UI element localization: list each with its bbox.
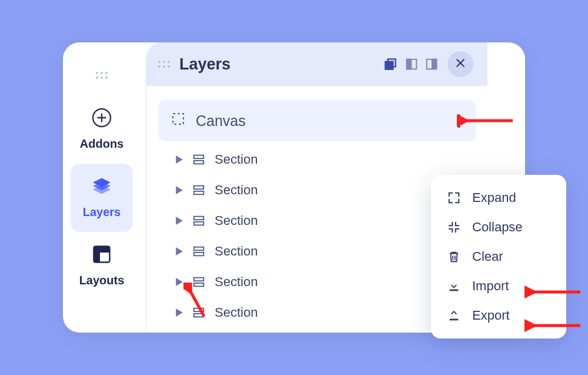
svg-marker-21 (176, 186, 183, 194)
collapse-icon (446, 221, 462, 234)
canvas-row[interactable]: Canvas (158, 100, 476, 141)
sidebar-item-label: Layouts (79, 274, 125, 287)
svg-rect-14 (432, 59, 436, 69)
tree-item-label: Section (215, 213, 258, 228)
svg-rect-7 (94, 247, 110, 253)
svg-rect-36 (450, 290, 459, 291)
section-icon (192, 306, 205, 319)
close-button[interactable] (447, 51, 473, 77)
svg-marker-30 (176, 278, 183, 286)
dock-right-icon[interactable] (425, 58, 438, 71)
ctx-item-label: Collapse (472, 220, 523, 235)
svg-marker-27 (176, 247, 183, 255)
svg-marker-33 (176, 308, 183, 317)
svg-rect-20 (194, 161, 204, 164)
restore-window-icon[interactable] (383, 57, 398, 72)
svg-rect-17 (173, 114, 183, 124)
ctx-item-label: Clear (472, 249, 503, 264)
layers-tree: Section Section Section Section (158, 141, 476, 320)
layers-icon (91, 175, 112, 200)
svg-rect-29 (194, 253, 204, 256)
import-icon (446, 280, 462, 293)
svg-marker-18 (176, 155, 183, 164)
sidebar-item-layouts[interactable]: Layouts (71, 232, 133, 300)
tree-item-section[interactable]: Section (176, 152, 476, 167)
trash-icon (446, 250, 462, 263)
expand-icon (446, 191, 462, 204)
chevron-right-icon (176, 274, 183, 290)
context-menu: Expand Collapse Clear Import Export (431, 175, 566, 339)
close-icon (455, 57, 466, 71)
section-icon (192, 245, 205, 258)
drag-handle-icon[interactable] (158, 61, 170, 68)
svg-rect-28 (194, 247, 204, 251)
sidebar-item-layers[interactable]: Layers (71, 164, 133, 232)
ctx-item-collapse[interactable]: Collapse (431, 213, 566, 242)
svg-rect-37 (450, 319, 459, 321)
svg-rect-9 (385, 62, 393, 69)
svg-rect-25 (194, 217, 204, 220)
panel-header: Layers (146, 42, 487, 86)
export-icon (446, 309, 462, 322)
chevron-right-icon (176, 182, 183, 198)
chevron-right-icon (176, 305, 183, 320)
ctx-item-label: Import (472, 278, 509, 294)
tree-item-label: Section (215, 244, 258, 259)
section-icon (192, 214, 205, 227)
section-icon (192, 184, 205, 197)
svg-marker-24 (176, 217, 183, 225)
chevron-right-icon (176, 213, 183, 228)
tree-item-label: Section (215, 305, 258, 320)
ctx-item-label: Expand (472, 190, 516, 205)
svg-rect-34 (194, 308, 204, 312)
chevron-right-icon (176, 152, 183, 167)
sidebar-item-label: Layers (83, 205, 121, 219)
canvas-label: Canvas (196, 112, 445, 130)
layouts-icon (91, 244, 112, 268)
sidebar-item-label: Addons (80, 137, 123, 151)
svg-rect-22 (194, 186, 204, 190)
tree-item-label: Section (215, 152, 258, 167)
svg-rect-19 (194, 155, 204, 159)
drag-handle-icon[interactable] (96, 72, 108, 79)
section-icon (192, 276, 205, 288)
sidebar: Addons Layers Layouts (71, 72, 133, 300)
more-options-button[interactable] (455, 109, 463, 132)
plus-circle-icon (91, 107, 112, 131)
ctx-item-import[interactable]: Import (431, 271, 566, 301)
ctx-item-label: Export (472, 308, 510, 323)
ctx-item-expand[interactable]: Expand (431, 183, 566, 213)
ctx-item-export[interactable]: Export (431, 301, 566, 330)
dock-left-icon[interactable] (405, 58, 418, 71)
svg-rect-31 (194, 278, 204, 281)
ctx-item-clear[interactable]: Clear (431, 242, 566, 271)
svg-rect-26 (194, 222, 204, 225)
sidebar-item-addons[interactable]: Addons (71, 95, 133, 164)
svg-rect-8 (94, 253, 101, 263)
svg-rect-12 (407, 59, 411, 69)
section-icon (192, 153, 205, 166)
chevron-right-icon (176, 244, 183, 259)
tree-item-label: Section (215, 274, 258, 290)
selection-box-icon (171, 112, 185, 130)
svg-rect-32 (194, 283, 204, 287)
panel-title: Layers (179, 55, 373, 74)
svg-rect-35 (194, 314, 204, 317)
svg-rect-23 (194, 191, 204, 195)
tree-item-label: Section (215, 182, 258, 198)
